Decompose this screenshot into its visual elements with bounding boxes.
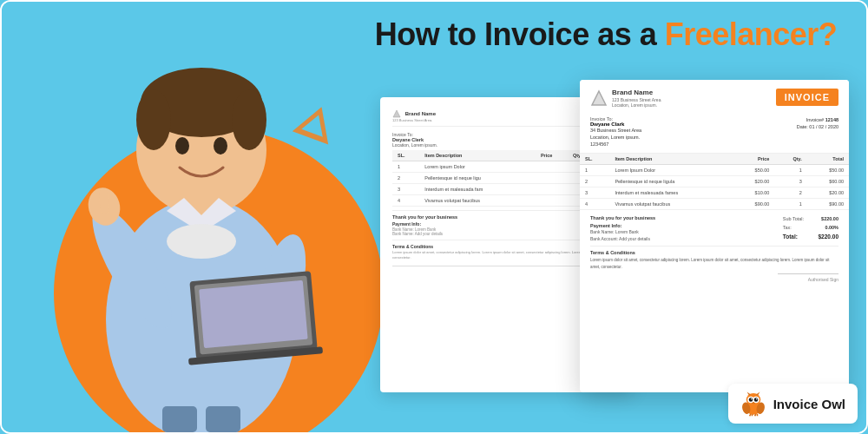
person-svg xyxy=(28,24,375,432)
arrow-triangle-inner xyxy=(301,111,329,137)
brand-sub: 123 Business Street AreaLocation, Lorem … xyxy=(612,97,661,108)
svg-point-15 xyxy=(167,224,236,259)
svg-marker-18 xyxy=(393,110,400,117)
person-image xyxy=(19,16,384,432)
subtotal-label: Sub Total: xyxy=(783,215,804,223)
back-brand-name: Brand Name xyxy=(392,109,436,118)
back-brand-sub: 123 Business Street Area. xyxy=(392,118,436,122)
svg-line-33 xyxy=(749,414,751,416)
tax-value: 0.00% xyxy=(825,224,838,232)
footer-left: Thank you for your business Payment Info… xyxy=(590,215,655,242)
col-qty: Qty. xyxy=(774,154,806,165)
invoice-to-address: 34 Business Street AreaLocation, Lorem i… xyxy=(590,127,641,148)
totals-section: Sub Total: $220.00 Tax: 0.00% Total: $22… xyxy=(783,215,838,242)
svg-point-28 xyxy=(751,398,753,400)
table-row: 1 Lorem Ipsum Dolor $50.00 1 $50.00 xyxy=(580,165,849,176)
table-row: 2 Pellentesque id neque ligula $20.00 3 … xyxy=(580,176,849,187)
svg-marker-23 xyxy=(756,392,760,396)
invoices-container: Brand Name 123 Business Street Area. Inv… xyxy=(363,80,849,418)
authorized-sign: Authorised Sign xyxy=(778,273,838,282)
owl-logo-icon xyxy=(740,391,766,417)
back-col-sl: SL. xyxy=(392,150,419,161)
svg-point-6 xyxy=(214,137,227,155)
total-line: Total: $220.00 xyxy=(783,232,838,241)
invoice-num-value: 12148 xyxy=(825,117,838,122)
front-brand-area: Brand Name 123 Business Street AreaLocat… xyxy=(590,89,661,108)
brand-logo-icon xyxy=(590,89,608,107)
payment-info: Bank Name: Lorem BankBank Account: Add y… xyxy=(590,228,655,242)
svg-rect-17 xyxy=(206,406,240,432)
back-col-price: Price xyxy=(524,150,558,161)
back-invoice-to-address: Location, Lorem ipsum. xyxy=(392,142,437,148)
tax-label: Tax: xyxy=(783,224,792,232)
tax-line: Tax: 0.00% xyxy=(783,224,838,232)
front-table-container: SL. Item Description Price Qty. Total 1 … xyxy=(580,154,849,210)
svg-point-3 xyxy=(136,89,171,150)
col-desc: Item Description xyxy=(609,154,733,165)
svg-rect-16 xyxy=(162,406,197,432)
footer-divider xyxy=(590,246,838,247)
front-invoice-info: Invoice To: Dwyane Clark 34 Business Str… xyxy=(580,113,849,155)
brand-text-area: Brand Name 123 Business Street AreaLocat… xyxy=(612,89,661,108)
footer-top: Thank you for your business Payment Info… xyxy=(590,215,838,242)
invoice-card-front: Brand Name 123 Business Street AreaLocat… xyxy=(580,80,849,392)
invoice-date-label: Date: xyxy=(797,124,808,129)
front-invoice-table: SL. Item Description Price Qty. Total 1 … xyxy=(580,154,849,210)
table-row: 4 Vivamus volutpat faucibus $90.00 1 $90… xyxy=(580,199,849,210)
front-table-header-row: SL. Item Description Price Qty. Total xyxy=(580,154,849,165)
title-area: How to Invoice as a Freelancer? xyxy=(363,17,849,52)
brand-name: Brand Name xyxy=(612,89,661,97)
invoice-number-section: Invoice# 12148 Date: 01 / 02 / 2020 xyxy=(797,116,838,148)
col-sl: SL. xyxy=(580,154,609,165)
tc-label: Terms & Conditions xyxy=(590,250,838,255)
svg-point-27 xyxy=(753,398,758,402)
total-value: $220.00 xyxy=(819,232,839,241)
svg-point-5 xyxy=(175,137,189,155)
subtotal-value: $220.00 xyxy=(821,215,838,223)
col-total: Total xyxy=(807,154,849,165)
back-col-desc: Item Description xyxy=(419,150,523,161)
tc-text: Lorem ipsum dolor sit amet, consectetur … xyxy=(590,257,838,269)
invoice-label: INVOICE xyxy=(776,89,838,106)
table-row: 3 Interdum et malesuada fames $10.00 2 $… xyxy=(580,187,849,199)
subtotal-line: Sub Total: $220.00 xyxy=(783,215,838,223)
front-invoice-header: Brand Name 123 Business Street AreaLocat… xyxy=(580,80,849,113)
thanks-text: Thank you for your business xyxy=(590,215,655,220)
main-wrapper: How to Invoice as a Freelancer? Brand Na… xyxy=(0,0,868,434)
back-brand-area: Brand Name 123 Business Street Area. xyxy=(392,109,436,122)
svg-marker-22 xyxy=(746,392,751,396)
invoice-to-section: Invoice To: Dwyane Clark 34 Business Str… xyxy=(590,116,641,148)
svg-rect-13 xyxy=(199,280,307,348)
total-label: Total: xyxy=(783,232,798,241)
svg-point-26 xyxy=(748,398,753,402)
svg-point-4 xyxy=(232,89,266,150)
invoice-date-value: 01 / 02 / 2020 xyxy=(809,124,838,129)
svg-point-29 xyxy=(756,398,758,400)
col-price: Price xyxy=(733,154,774,165)
invoice-owl-text: Invoice Owl xyxy=(773,397,845,411)
page-title: How to Invoice as a Freelancer? xyxy=(363,17,849,52)
invoice-num-label: Invoice# xyxy=(806,117,825,122)
front-invoice-footer: Thank you for your business Payment Info… xyxy=(580,210,849,274)
svg-marker-19 xyxy=(592,91,606,105)
invoice-owl-badge: Invoice Owl xyxy=(728,384,858,424)
title-highlight: Freelancer? xyxy=(665,16,838,52)
title-line1: How to Invoice as a xyxy=(375,16,657,52)
